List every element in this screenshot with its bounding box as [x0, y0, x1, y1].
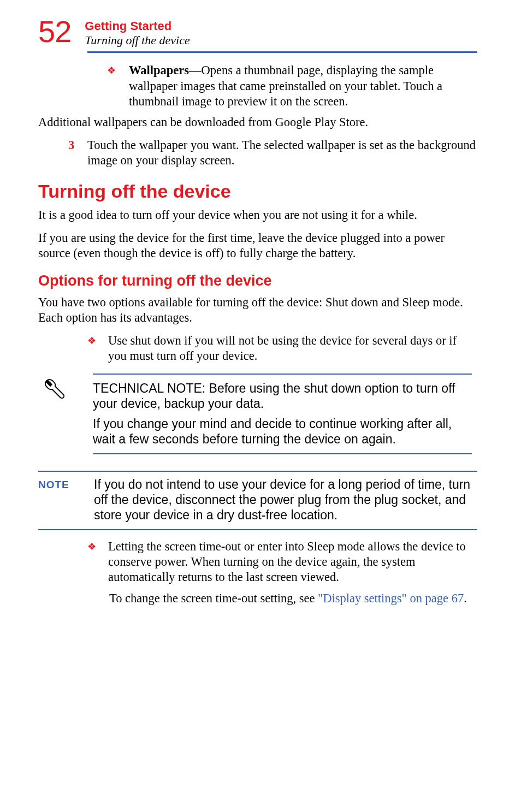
- header-divider: [87, 51, 477, 53]
- para-good-idea: It is a good idea to turn off your devic…: [38, 208, 477, 223]
- diamond-bullet-icon: ❖: [107, 63, 116, 78]
- heading-turning-off: Turning off the device: [38, 181, 477, 201]
- timeout-suffix: .: [464, 591, 467, 605]
- bullet-shutdown: ❖ Use shut down if you will not be using…: [87, 333, 477, 364]
- display-settings-link[interactable]: "Display settings" on page 67: [318, 591, 464, 605]
- note-label: NOTE: [38, 477, 80, 491]
- diamond-bullet-icon: ❖: [87, 539, 96, 554]
- section-title: Turning off the device: [85, 34, 190, 47]
- heading-options: Options for turning off the device: [38, 273, 477, 289]
- technote-p2: If you change your mind and decide to co…: [93, 417, 472, 447]
- timeout-para: To change the screen time-out setting, s…: [109, 591, 477, 606]
- bullet-wallpapers: ❖ Wallpapers—Opens a thumbnail page, dis…: [107, 63, 477, 109]
- para-two-options: You have two options available for turni…: [38, 295, 477, 325]
- additional-wallpapers-text: Additional wallpapers can be downloaded …: [38, 115, 477, 130]
- page-number: 52: [38, 16, 71, 47]
- step-3-text: Touch the wallpaper you want. The select…: [87, 138, 477, 168]
- wallpapers-label: Wallpapers: [129, 63, 189, 77]
- note-block: NOTE If you do not intend to use your de…: [38, 471, 477, 530]
- page-header: 52 Getting Started Turning off the devic…: [38, 16, 477, 47]
- step-3: 3 Touch the wallpaper you want. The sele…: [68, 138, 477, 168]
- diamond-bullet-icon: ❖: [87, 333, 96, 348]
- note-text: If you do not intend to use your device …: [94, 477, 477, 523]
- technote-p1: TECHNICAL NOTE: Before using the shut do…: [93, 381, 472, 411]
- bullet-sleep: ❖ Letting the screen time-out or enter i…: [87, 539, 477, 585]
- bullet-shutdown-text: Use shut down if you will not be using t…: [108, 333, 477, 364]
- wrench-icon: [39, 374, 73, 411]
- bullet-sleep-text: Letting the screen time-out or enter int…: [108, 540, 466, 584]
- technical-note: TECHNICAL NOTE: Before using the shut do…: [38, 374, 477, 454]
- timeout-prefix: To change the screen time-out setting, s…: [109, 591, 318, 605]
- chapter-title: Getting Started: [85, 20, 190, 33]
- step-number: 3: [68, 138, 76, 153]
- para-first-time: If you are using the device for the firs…: [38, 230, 477, 261]
